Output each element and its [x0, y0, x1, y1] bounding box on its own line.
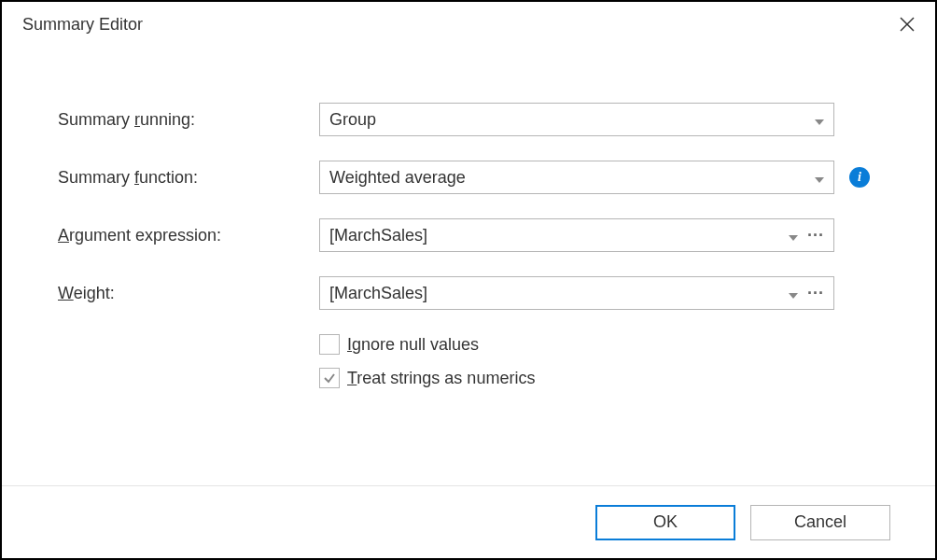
treat-strings-row: Treat strings as numerics	[319, 368, 870, 388]
weight-field-wrap: [MarchSales] ···	[319, 276, 870, 310]
summary-editor-dialog: Summary Editor Summary running: Group	[0, 0, 937, 560]
summary-function-label: Summary function:	[58, 168, 319, 188]
argument-expression-combo[interactable]: [MarchSales] ···	[319, 218, 834, 252]
summary-running-value: Group	[329, 110, 809, 130]
cancel-button[interactable]: Cancel	[750, 505, 890, 540]
weight-row: Weight: [MarchSales] ···	[58, 276, 870, 310]
ellipsis-button[interactable]: ···	[807, 284, 824, 303]
ignore-null-label: Ignore null values	[347, 335, 479, 355]
summary-running-row: Summary running: Group	[58, 103, 870, 136]
ignore-null-row: Ignore null values	[319, 334, 870, 355]
argument-expression-row: Argument expression: [MarchSales] ···	[58, 218, 870, 252]
argument-expression-label: Argument expression:	[58, 226, 319, 245]
summary-function-field-wrap: Weighted average i	[319, 161, 870, 194]
summary-running-combo[interactable]: Group	[319, 103, 834, 136]
weight-value: [MarchSales]	[329, 284, 783, 303]
argument-expression-value: [MarchSales]	[329, 226, 783, 245]
ok-button[interactable]: OK	[595, 505, 735, 540]
summary-function-value: Weighted average	[329, 168, 809, 188]
ignore-null-checkbox[interactable]	[319, 334, 340, 355]
chevron-down-icon	[815, 110, 824, 130]
dialog-title: Summary Editor	[22, 15, 143, 35]
chevron-down-icon	[815, 168, 824, 188]
svg-marker-4	[789, 235, 798, 241]
svg-marker-2	[815, 119, 824, 125]
treat-strings-label: Treat strings as numerics	[347, 369, 535, 388]
weight-combo[interactable]: [MarchSales] ···	[319, 276, 834, 310]
svg-marker-5	[789, 293, 798, 299]
chevron-down-icon	[789, 284, 798, 303]
summary-function-combo[interactable]: Weighted average	[319, 161, 834, 194]
summary-running-field-wrap: Group	[319, 103, 870, 136]
ellipsis-button[interactable]: ···	[807, 226, 824, 245]
summary-running-label: Summary running:	[58, 110, 319, 130]
titlebar: Summary Editor	[2, 2, 935, 47]
weight-label: Weight:	[58, 284, 319, 303]
dialog-content: Summary running: Group Summary function:…	[2, 47, 935, 485]
argument-expression-field-wrap: [MarchSales] ···	[319, 218, 870, 252]
dialog-footer: OK Cancel	[2, 485, 935, 558]
info-icon[interactable]: i	[849, 167, 870, 188]
summary-function-row: Summary function: Weighted average i	[58, 161, 870, 194]
close-icon	[900, 17, 915, 32]
close-button[interactable]	[894, 11, 920, 37]
checkmark-icon	[323, 371, 336, 385]
svg-marker-3	[815, 177, 824, 183]
treat-strings-checkbox[interactable]	[319, 368, 340, 388]
chevron-down-icon	[789, 226, 798, 245]
